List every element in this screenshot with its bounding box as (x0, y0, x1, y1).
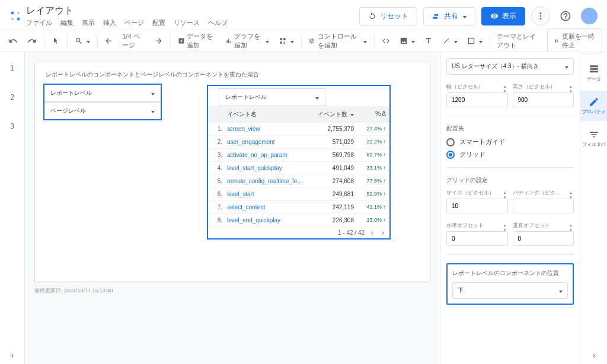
svg-point-0 (11, 12, 14, 15)
embed-button[interactable] (378, 34, 394, 47)
properties-panel: US レターサイズ（4:3）- 横向き 幅（ピクセル） ▲▼ 高さ（ピクセル） … (440, 52, 580, 364)
chart-block[interactable]: レポートレベル イベント名 イベント数 % Δ 1.screen_view2,7… (207, 85, 391, 240)
svg-point-4 (540, 12, 542, 14)
component-position-section: レポートレベルのコンポーネントの位置 下 (446, 263, 574, 305)
snap-to-title: 配置先 (446, 124, 574, 133)
next-page-button[interactable] (151, 34, 167, 47)
canvas-title: レポートレベルのコンポーネントとページレベルのコンポーネントを重ねた場合 (46, 71, 419, 79)
menu-edit[interactable]: 編集 (60, 18, 74, 27)
h-offset-input[interactable] (446, 231, 508, 246)
table-body: 1.screen_view2,755,37027.4% ↑2.user_enga… (208, 123, 389, 227)
collapse-right-button[interactable] (590, 352, 598, 359)
dropdown-page-level[interactable]: ページレベル (44, 102, 161, 119)
v-offset-input[interactable] (513, 231, 574, 246)
prev-page-icon[interactable] (369, 230, 375, 236)
logo-icon (9, 10, 21, 22)
page-title: レイアウト (26, 5, 359, 17)
radio-grid[interactable]: グリッド (446, 150, 574, 159)
add-control-button[interactable]: コントロールを追加 (305, 30, 370, 52)
text-button[interactable] (421, 34, 436, 47)
page-indicator: 1/4 ページ (119, 30, 149, 52)
timestamp: 最終更新日: 2024/10/11 15:13:40 (34, 287, 430, 295)
report-canvas[interactable]: レポートレベルのコンポーネントとページレベルのコンポーネントを重ねた場合 レポー… (34, 62, 430, 282)
app-header: レイアウト ファイル 編集 表示 挿入 ページ 配置 リソース ヘルプ リセット… (0, 0, 607, 30)
grid-padding-input[interactable] (513, 199, 574, 213)
next-page-icon[interactable] (380, 230, 386, 236)
svg-point-5 (540, 15, 542, 17)
dropdown-group-left[interactable]: レポートレベル ページレベル (43, 84, 162, 120)
page-nav-3[interactable]: 3 (10, 122, 14, 130)
menu-arrange[interactable]: 配置 (152, 18, 165, 27)
main-area: 1 2 3 レポートレベルのコンポーネントとページレベルのコンポーネントを重ねた… (0, 52, 607, 364)
shape-button[interactable] (464, 34, 486, 47)
table-row[interactable]: 2.user_engagement571,02922.2% ↑ (208, 136, 389, 149)
help-icon[interactable] (556, 7, 575, 25)
grid-size-input[interactable] (446, 199, 508, 213)
reset-button[interactable]: リセット (359, 7, 417, 25)
edit-icon (589, 97, 599, 107)
toolbar: 1/4 ページ データを追加 グラフを追加 コントロールを追加 テーマとレイアウ… (0, 30, 607, 52)
table-row[interactable]: 6.level_start249,68152.9% ↑ (208, 188, 389, 201)
radio-smartguide[interactable]: スマートガイド (446, 138, 574, 146)
prev-page-button[interactable] (101, 34, 116, 47)
redo-button[interactable] (24, 34, 40, 48)
canvas-area: レポートレベルのコンポーネントとページレベルのコンポーネントを重ねた場合 レポー… (25, 52, 440, 364)
filter-icon (589, 129, 599, 140)
svg-point-3 (17, 18, 20, 21)
table-header: イベント名 イベント数 % Δ (208, 106, 389, 123)
canvas-size-select[interactable]: US レターサイズ（4:3）- 横向き (446, 58, 574, 75)
page-navigator: 1 2 3 (0, 52, 25, 364)
width-input[interactable] (446, 92, 508, 107)
tab-filter[interactable]: フィルタバ (580, 123, 608, 154)
theme-layout-button[interactable]: テーマとレイアウト (493, 30, 544, 52)
chart-dropdown[interactable]: レポートレベル (219, 88, 325, 106)
menu-insert[interactable]: 挿入 (103, 18, 116, 27)
menu-file[interactable]: ファイル (26, 18, 52, 27)
add-data-button[interactable]: データを追加 (174, 30, 220, 52)
menu-resource[interactable]: リソース (174, 18, 200, 27)
tab-property[interactable]: プロパティ (580, 91, 608, 121)
height-input[interactable] (513, 92, 574, 107)
table-row[interactable]: 8.level_end_quickplay226,30813.0% ↑ (208, 214, 389, 227)
table-row[interactable]: 5.remote_config_realtime_fe..274,60877.5… (208, 175, 389, 188)
tab-data[interactable]: データ (580, 58, 608, 88)
menu-page[interactable]: ページ (124, 18, 144, 27)
page-nav-1[interactable]: 1 (10, 64, 14, 72)
table-row[interactable]: 1.screen_view2,755,37027.4% ↑ (208, 123, 389, 136)
share-button[interactable]: 共有 (423, 7, 475, 25)
table-row[interactable]: 3.activate_no_op_param569,79862.7% ↑ (208, 149, 389, 162)
expand-pages-button[interactable] (9, 352, 16, 359)
table-pagination: 1 - 42 / 42 (208, 227, 389, 238)
menu-bar: ファイル 編集 表示 挿入 ページ 配置 リソース ヘルプ (26, 18, 359, 27)
undo-button[interactable] (5, 34, 21, 48)
table-row[interactable]: 4.level_start_quickplay491,04933.1% ↑ (208, 162, 389, 175)
table-row[interactable]: 7.select_content242,11941.1% ↑ (208, 201, 389, 214)
zoom-tool[interactable] (71, 34, 94, 47)
menu-view[interactable]: 表示 (82, 18, 95, 27)
component-position-select[interactable]: 下 (452, 282, 568, 299)
page-nav-2[interactable]: 2 (10, 93, 14, 101)
line-button[interactable] (439, 34, 461, 47)
pause-refresh-button[interactable]: 更新を一時停止 (547, 28, 602, 53)
svg-point-2 (11, 18, 13, 20)
add-community-button[interactable] (275, 34, 298, 47)
data-icon (589, 64, 599, 75)
image-button[interactable] (396, 34, 418, 47)
avatar[interactable] (581, 8, 598, 24)
add-chart-button[interactable]: グラフを追加 (222, 30, 273, 52)
svg-point-1 (17, 12, 19, 14)
right-tab-rail: データ プロパティ フィルタバ (580, 52, 607, 364)
svg-point-6 (540, 18, 542, 20)
display-button[interactable]: 表示 (481, 7, 525, 25)
dropdown-report-level[interactable]: レポートレベル (44, 85, 161, 102)
svg-rect-7 (468, 38, 474, 43)
menu-help[interactable]: ヘルプ (208, 18, 228, 27)
more-options-button[interactable] (531, 7, 550, 25)
pointer-tool[interactable] (48, 34, 63, 47)
grid-settings-title: グリッドの設定 (446, 176, 574, 184)
